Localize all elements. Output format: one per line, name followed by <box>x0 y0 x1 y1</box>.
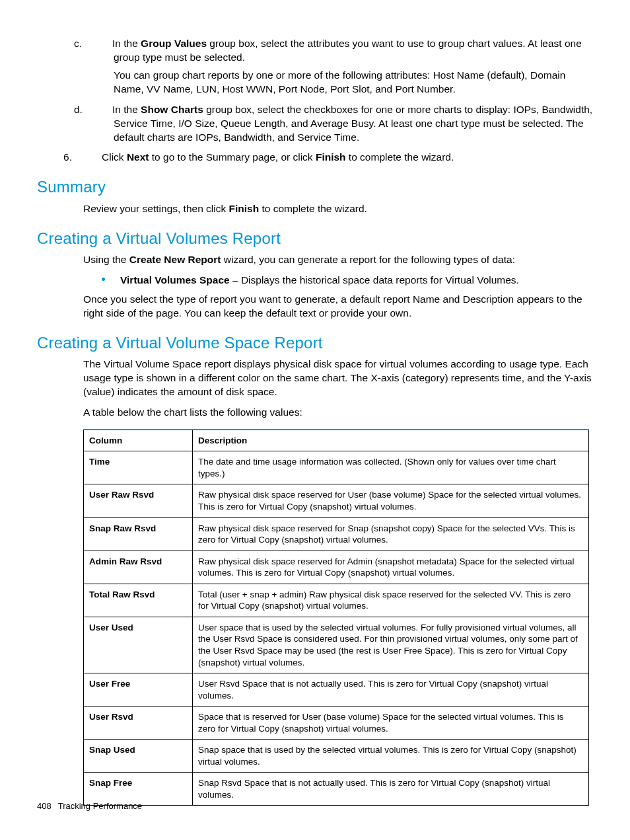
table-row: TimeThe date and time usage information … <box>84 451 589 484</box>
table-cell-description: Raw physical disk space reserved for Use… <box>193 484 589 517</box>
table-cell-description: The date and time usage information was … <box>193 451 589 484</box>
table-cell-column: Snap Raw Rsvd <box>84 517 193 551</box>
table-row: Snap FreeSnap Rsvd Space that is not act… <box>84 773 589 806</box>
table-row: User UsedUser space that is used by the … <box>84 617 589 673</box>
table-row: Snap Raw RsvdRaw physical disk space res… <box>84 517 589 551</box>
table-cell-description: User space that is used by the selected … <box>193 617 589 673</box>
ordered-steps: c.In the Group Values group box, select … <box>83 37 593 165</box>
table-cell-description: Raw physical disk space reserved for Adm… <box>193 551 589 584</box>
table-cell-column: User Used <box>84 617 193 673</box>
table-cell-column: User Free <box>84 673 193 706</box>
bold-text: Create New Report <box>129 254 221 265</box>
table-cell-description: Space that is reserved for User (base vo… <box>193 706 589 740</box>
table-header: Description <box>193 430 589 451</box>
heading-vvs-report: Creating a Virtual Volume Space Report <box>37 332 593 354</box>
bold-text: Virtual Volumes Space <box>120 274 230 286</box>
table-cell-description: Total (user + snap + admin) Raw physical… <box>193 584 589 617</box>
substep-d: d.In the Show Charts group box, select t… <box>114 103 593 145</box>
step-6: 6.Click Next to go to the Summary page, … <box>83 151 593 165</box>
table-row: Total Raw RsvdTotal (user + snap + admin… <box>84 584 589 617</box>
table-row: User FreeUser Rsvd Space that is not act… <box>84 673 589 706</box>
body-text: The Virtual Volume Space report displays… <box>83 358 593 399</box>
values-table: Column Description TimeThe date and time… <box>83 429 589 806</box>
body-text: Using the Create New Report wizard, you … <box>83 253 593 267</box>
body-text: Virtual Volumes Space – Displays the his… <box>120 274 519 286</box>
bold-text: Next <box>127 151 149 163</box>
page-footer: 408Tracking Performance <box>37 800 142 812</box>
page-number: 408 <box>37 801 52 811</box>
heading-summary: Summary <box>37 176 593 198</box>
table-header: Column <box>84 430 193 451</box>
table-row: User RsvdSpace that is reserved for User… <box>84 706 589 740</box>
table-cell-description: Snap space that is used by the selected … <box>193 740 589 773</box>
list-marker: d. <box>94 103 112 117</box>
footer-title: Tracking Performance <box>58 801 142 811</box>
body-text: Once you select the type of report you w… <box>83 293 593 321</box>
table-cell-column: Total Raw Rsvd <box>84 584 193 617</box>
bold-text: Show Charts <box>141 104 203 115</box>
list-marker: c. <box>94 37 112 51</box>
summary-body: Review your settings, then click Finish … <box>83 202 593 216</box>
table-header-row: Column Description <box>84 430 589 451</box>
table-cell-description: User Rsvd Space that is not actually use… <box>193 673 589 706</box>
bullet-icon <box>102 278 105 281</box>
vv-report-body: Using the Create New Report wizard, you … <box>83 253 593 321</box>
bold-text: Finish <box>229 203 260 214</box>
table-cell-column: Snap Used <box>84 740 193 773</box>
body-text: In the Show Charts group box, select the… <box>112 104 592 143</box>
body-text: Click Next to go to the Summary page, or… <box>102 151 454 163</box>
substep-c: c.In the Group Values group box, select … <box>114 37 593 65</box>
body-text: Review your settings, then click Finish … <box>83 202 593 216</box>
table-row: Snap UsedSnap space that is used by the … <box>84 740 589 773</box>
page-content: c.In the Group Values group box, select … <box>0 0 630 840</box>
bold-text: Group Values <box>141 38 207 49</box>
vvs-report-body: The Virtual Volume Space report displays… <box>83 358 593 420</box>
substep-c-para2: You can group chart reports by one or mo… <box>114 69 593 96</box>
table-row: User Raw RsvdRaw physical disk space res… <box>84 484 589 517</box>
table-cell-description: Snap Rsvd Space that is not actually use… <box>193 773 589 806</box>
body-text: In the Group Values group box, select th… <box>112 38 582 63</box>
table-cell-column: User Rsvd <box>84 706 193 740</box>
table-cell-description: Raw physical disk space reserved for Sna… <box>193 517 589 551</box>
table-row: Admin Raw RsvdRaw physical disk space re… <box>84 551 589 584</box>
heading-vv-report: Creating a Virtual Volumes Report <box>37 228 593 249</box>
table-cell-column: Admin Raw Rsvd <box>84 551 193 584</box>
bold-text: Finish <box>316 151 346 163</box>
list-marker: 6. <box>83 151 102 165</box>
table-cell-column: Time <box>84 451 193 484</box>
table-cell-column: User Raw Rsvd <box>84 484 193 517</box>
body-text: A table below the chart lists the follow… <box>83 406 593 420</box>
bullet-item: Virtual Volumes Space – Displays the his… <box>102 274 593 287</box>
